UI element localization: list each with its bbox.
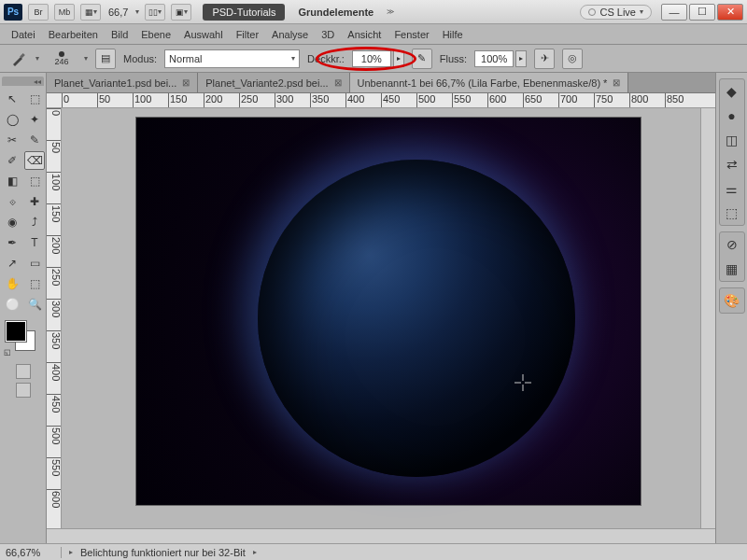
opacity-field[interactable]: 10% xyxy=(352,50,391,67)
opacity-pressure-button[interactable]: ✎ xyxy=(412,49,432,69)
status-zoom[interactable]: 66,67% xyxy=(6,547,62,558)
brush-preview[interactable]: 246 xyxy=(47,51,77,66)
tools-panel: ◂◂ ↖⬚◯✦✂✎✐⌫◧⬚⟐✚◉⤴✒T↗▭✋⬚⚪🔍 ◱ xyxy=(0,73,47,543)
close-tab-icon[interactable]: ⊠ xyxy=(613,77,620,88)
flow-flyout[interactable]: ▸ xyxy=(515,50,527,67)
tool-7[interactable]: ⌫ xyxy=(24,151,45,170)
tool-12[interactable]: ◉ xyxy=(2,213,22,231)
chevron-down-icon[interactable]: ▾ xyxy=(135,7,139,16)
tools-panel-grip[interactable]: ◂◂ xyxy=(2,77,44,86)
document-tab[interactable]: Planet_Variante1.psd bei...⊠ xyxy=(47,73,198,92)
tool-16[interactable]: ↗ xyxy=(2,254,22,273)
minimize-button[interactable]: — xyxy=(661,4,687,21)
tool-5[interactable]: ✎ xyxy=(24,131,45,149)
panel-icon[interactable]: ◆ xyxy=(723,83,741,100)
tool-6[interactable]: ✐ xyxy=(2,151,22,170)
app-logo: Ps xyxy=(4,4,22,21)
document-tab[interactable]: Unbenannt-1 bei 66,7% (Lila Farbe, Ebene… xyxy=(350,73,629,92)
menu-fenster[interactable]: Fenster xyxy=(394,29,429,40)
document-tab[interactable]: Planet_Variante2.psd bei...⊠ xyxy=(198,73,349,92)
canvas[interactable] xyxy=(62,108,700,528)
panel-icon[interactable]: ⊘ xyxy=(723,236,741,253)
menu-ansicht[interactable]: Ansicht xyxy=(347,29,381,40)
opacity-flyout[interactable]: ▸ xyxy=(393,50,404,67)
panel-icon[interactable]: ⬚ xyxy=(723,204,741,221)
vertical-scrollbar[interactable] xyxy=(700,108,715,528)
tool-19[interactable]: ⬚ xyxy=(24,274,45,293)
panel-icon[interactable]: ◫ xyxy=(723,132,741,148)
cslive-label: CS Live xyxy=(599,7,636,18)
status-flyout[interactable]: ▸ xyxy=(69,548,73,556)
tool-0[interactable]: ↖ xyxy=(2,90,22,108)
bridge-button[interactable]: Br xyxy=(28,4,49,21)
tool-18[interactable]: ✋ xyxy=(2,274,22,293)
tool-10[interactable]: ⟐ xyxy=(2,192,22,211)
tool-2[interactable]: ◯ xyxy=(2,110,22,129)
menu-ebene[interactable]: Ebene xyxy=(141,29,171,40)
screen-mode-button[interactable]: ▣▾ xyxy=(171,4,191,21)
screen-mode-toggle[interactable] xyxy=(16,383,31,398)
maximize-button[interactable]: ☐ xyxy=(689,4,715,21)
tool-14[interactable]: ✒ xyxy=(2,233,22,252)
tool-20[interactable]: ⚪ xyxy=(2,295,22,314)
tool-9[interactable]: ⬚ xyxy=(24,172,45,190)
close-tab-icon[interactable]: ⊠ xyxy=(334,77,342,88)
workspace-primary[interactable]: PSD-Tutorials xyxy=(203,4,285,21)
zoom-level[interactable]: 66,7 xyxy=(106,7,130,18)
blend-mode-select[interactable]: Normal▾ xyxy=(164,49,300,68)
minibridge-button[interactable]: Mb xyxy=(54,4,75,21)
tool-4[interactable]: ✂ xyxy=(2,131,22,149)
opacity-label: Deckkr.: xyxy=(307,53,345,64)
menu-bild[interactable]: Bild xyxy=(111,29,128,40)
vertical-ruler[interactable]: 050100150200250300350400450500550600 xyxy=(47,108,62,528)
artboard[interactable] xyxy=(136,118,641,505)
panel-icon[interactable]: ⇄ xyxy=(723,156,741,173)
status-flyout[interactable]: ▸ xyxy=(253,548,257,556)
tool-21[interactable]: 🔍 xyxy=(24,295,45,314)
close-tab-icon[interactable]: ⊠ xyxy=(182,77,190,88)
menu-bearbeiten[interactable]: Bearbeiten xyxy=(49,29,98,40)
ruler-tick: 250 xyxy=(239,93,258,108)
panel-icon[interactable]: 🎨 xyxy=(723,292,741,309)
tool-1[interactable]: ⬚ xyxy=(24,90,45,108)
view-extras-button[interactable]: ▦▾ xyxy=(80,4,101,21)
fg-color-swatch[interactable] xyxy=(6,321,26,342)
horizontal-ruler[interactable]: 0501001502002503003504004505005506006507… xyxy=(47,93,715,108)
flow-field[interactable]: 100% xyxy=(474,50,514,67)
tool-8[interactable]: ◧ xyxy=(2,172,22,190)
tool-17[interactable]: ▭ xyxy=(24,254,45,273)
ruler-tick: 650 xyxy=(523,93,542,108)
menu-filter[interactable]: Filter xyxy=(236,29,259,40)
default-colors-icon[interactable]: ◱ xyxy=(4,348,11,357)
menu-hilfe[interactable]: Hilfe xyxy=(443,29,463,40)
menu-analyse[interactable]: Analyse xyxy=(272,29,308,40)
panel-icon[interactable]: ▦ xyxy=(723,260,741,277)
horizontal-scrollbar[interactable] xyxy=(47,528,715,543)
tool-15[interactable]: T xyxy=(24,233,45,252)
airbrush-button[interactable]: ✈ xyxy=(534,49,555,69)
cslive-button[interactable]: CS Live▾ xyxy=(580,5,652,20)
arrange-button[interactable]: ▯▯▾ xyxy=(145,4,165,21)
workspace-more-icon[interactable]: ≫ xyxy=(387,7,394,16)
panel-icon[interactable]: ⚌ xyxy=(723,180,741,197)
menu-3d[interactable]: 3D xyxy=(321,29,334,40)
ruler-tick: 750 xyxy=(594,93,613,108)
workspace-secondary[interactable]: Grundelemente xyxy=(289,4,383,21)
menu-auswahl[interactable]: Auswahl xyxy=(184,29,223,40)
brush-panel-button[interactable]: ▤ xyxy=(95,49,116,69)
tablet-pressure-button[interactable]: ◎ xyxy=(562,49,583,69)
status-message: Belichtung funktioniert nur bei 32-Bit xyxy=(80,547,246,558)
tab-label: Unbenannt-1 bei 66,7% (Lila Farbe, Ebene… xyxy=(358,77,608,89)
ruler-tick: 300 xyxy=(275,93,293,108)
quick-mask-button[interactable] xyxy=(16,364,31,379)
menu-datei[interactable]: Datei xyxy=(11,29,35,40)
tool-11[interactable]: ✚ xyxy=(24,192,45,211)
color-swatches[interactable]: ◱ xyxy=(6,321,39,355)
tool-3[interactable]: ✦ xyxy=(24,110,45,129)
options-bar: ▾ 246▾ ▤ Modus: Normal▾ Deckkr.: 10% ▸ ✎… xyxy=(0,45,747,73)
panel-icon[interactable]: ● xyxy=(723,107,741,124)
flow-value: 100% xyxy=(481,53,507,64)
tool-13[interactable]: ⤴ xyxy=(24,213,45,231)
close-button[interactable]: ✕ xyxy=(717,4,743,21)
brush-tool-icon[interactable] xyxy=(9,49,28,68)
